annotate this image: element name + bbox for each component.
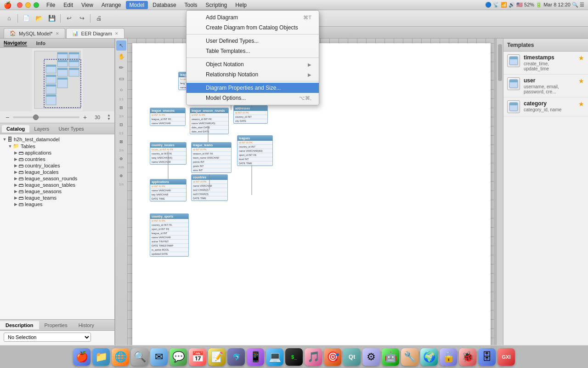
menu-edit[interactable]: Edit: [60, 1, 77, 9]
tree-root-arrow[interactable]: ▼: [2, 137, 7, 142]
arrow-applications[interactable]: ▶: [13, 150, 18, 155]
rect-tool[interactable]: ▭: [116, 74, 126, 84]
arrow-league-seasons[interactable]: ▶: [13, 189, 18, 194]
arrow-league-teams[interactable]: ▶: [13, 196, 18, 200]
tab-history[interactable]: History: [73, 321, 100, 329]
tab-eer-close[interactable]: ✕: [115, 31, 119, 36]
db-card-country-locales[interactable]: country_locales locale_id INT AI PK coun…: [150, 142, 187, 165]
tree-item-league-teams[interactable]: ▶ 🗃 league_teams: [0, 195, 114, 201]
print-button[interactable]: 🖨: [93, 13, 104, 24]
tree-item-applications[interactable]: ▶ 🗃 applications: [0, 150, 114, 156]
tab-catalog[interactable]: Catalog: [2, 125, 29, 132]
table-tool-1[interactable]: ⊞: [116, 103, 126, 113]
dock-browser[interactable]: 🌐: [112, 348, 129, 366]
dock-mail[interactable]: ✉: [150, 348, 168, 366]
menu-database[interactable]: Database: [149, 1, 180, 9]
tree-item-league-locales[interactable]: ▶ 🗃 league_locales: [0, 169, 114, 175]
db-card-bottom[interactable]: country_sports id INT AI PK country_id I…: [150, 213, 189, 257]
dock-app2[interactable]: ⚙: [362, 348, 380, 366]
home-button[interactable]: ⌂: [4, 13, 15, 24]
arrow-league-season-rounds[interactable]: ▶: [13, 176, 18, 181]
tree-tables-parent[interactable]: ▼ 📁 Tables: [0, 143, 114, 150]
db-card-countries[interactable]: countries id INT AI PK name VARCHAR iso2…: [191, 174, 228, 201]
dock-app3[interactable]: 🔧: [401, 348, 418, 366]
plugin1-tool[interactable]: ⊕: [116, 154, 126, 164]
zoom-out-button[interactable]: −: [4, 114, 11, 121]
dock-mysql[interactable]: 🐬: [227, 348, 245, 366]
save-file-button[interactable]: 💾: [46, 13, 57, 24]
dock-files[interactable]: 📁: [92, 348, 110, 366]
menu-table-templates[interactable]: Table Templates...: [187, 46, 319, 56]
menu-relationship-notation[interactable]: Relationship Notation ▶: [187, 69, 319, 80]
table-tool-3[interactable]: ⊠: [116, 137, 126, 147]
zoom-down-arrow[interactable]: ▼: [107, 117, 111, 121]
tree-item-country-locales[interactable]: ▶ 🗃 country_locales: [0, 162, 114, 169]
tab-eer-diagram[interactable]: 📊 EER Diagram ✕: [66, 28, 124, 38]
tab-user-types[interactable]: User Types: [54, 125, 88, 132]
template-user-star[interactable]: ★: [578, 77, 584, 85]
arrow-league-locales[interactable]: ▶: [13, 170, 18, 174]
tree-item-league-season-rounds[interactable]: ▶ 🗃 league_season_rounds: [0, 175, 114, 182]
menu-view[interactable]: View: [78, 1, 97, 9]
dock-viber[interactable]: 📱: [247, 348, 264, 366]
dock-app1[interactable]: 🎯: [324, 348, 341, 366]
zoom-in-button[interactable]: +: [81, 114, 89, 121]
zoom-slider[interactable]: [13, 116, 79, 118]
db-card-5[interactable]: league_season_rounds id INT AI PK season…: [190, 108, 229, 134]
db-card-4[interactable]: league_seasons id INT AI PK league_id IN…: [150, 108, 186, 126]
menu-model-options[interactable]: Model Options... ⌥⌘,: [187, 93, 319, 103]
menu-diagram-properties[interactable]: Diagram Properties and Size...: [187, 83, 319, 93]
open-file-button[interactable]: 📂: [34, 13, 45, 24]
dock-terminal[interactable]: $_: [285, 348, 303, 366]
plugin2-tool[interactable]: ⊗: [116, 171, 126, 181]
menu-arrange[interactable]: Arrange: [98, 1, 125, 9]
dock-workbench2[interactable]: 🗄: [478, 348, 496, 366]
hand-tool[interactable]: ✋: [116, 52, 126, 62]
table-tool-2[interactable]: ⊟: [116, 120, 126, 130]
template-category-star[interactable]: ★: [578, 100, 584, 108]
tree-panel[interactable]: ▼ 🗄 h2h_test_datamodel ▼ 📁 Tables ▶ 🗃 ap…: [0, 134, 114, 319]
tab-mysql-model-close[interactable]: ✕: [56, 31, 59, 36]
dock-security[interactable]: 🔒: [440, 348, 457, 366]
menu-file[interactable]: File: [43, 1, 59, 9]
tab-layers[interactable]: Layers: [29, 125, 54, 132]
circle-tool[interactable]: ○: [116, 85, 126, 95]
dock-app5[interactable]: 🐞: [459, 348, 476, 366]
template-item-timestamps[interactable]: timestamps create_time, update_time ★: [503, 52, 588, 75]
tab-info[interactable]: Info: [36, 40, 45, 46]
tab-navigator[interactable]: Navigator: [4, 40, 27, 46]
pointer-tool[interactable]: ↖: [116, 40, 126, 51]
tree-item-countries[interactable]: ▶ 🗃 countries: [0, 156, 114, 162]
db-card-6[interactable]: addresses id INT AI PK country_id INT ci…: [233, 105, 268, 124]
pencil-tool[interactable]: ✏: [116, 63, 126, 73]
fullscreen-button[interactable]: [34, 2, 39, 8]
zoom-thumb[interactable]: [33, 115, 39, 120]
menu-model[interactable]: Model: [126, 1, 148, 9]
menu-tools[interactable]: Tools: [181, 1, 201, 9]
dock-gxi[interactable]: GXI: [498, 348, 515, 366]
v-scroll-thumb[interactable]: [498, 44, 502, 81]
dock-qt[interactable]: Qt: [343, 348, 361, 366]
undo-button[interactable]: ↩: [63, 13, 74, 24]
dock-notes[interactable]: 📝: [208, 348, 226, 366]
arrow-leagues[interactable]: ▶: [13, 202, 18, 207]
menu-help[interactable]: Help: [232, 1, 250, 9]
redo-button[interactable]: ↪: [76, 13, 87, 24]
tree-item-league-seasons[interactable]: ▶ 🗃 league_seasons: [0, 188, 114, 195]
dock-skype[interactable]: 💻: [266, 348, 283, 366]
menu-object-notation[interactable]: Object Notation ▶: [187, 59, 319, 69]
menu-create-diagram-catalog[interactable]: Create Diagram from Catalog Objects: [187, 23, 319, 33]
menu-add-diagram[interactable]: Add Diagram ⌘T: [187, 12, 319, 23]
dock-music[interactable]: 🎵: [305, 348, 322, 366]
new-file-button[interactable]: 📄: [21, 13, 32, 24]
template-item-user[interactable]: user username, email, password, cre... ★: [503, 75, 588, 98]
dock-android[interactable]: 🤖: [382, 348, 399, 366]
arrow-countries[interactable]: ▶: [13, 157, 18, 161]
tab-mysql-model[interactable]: 🏠 MySQL Model* ✕: [4, 28, 65, 38]
close-button[interactable]: [17, 2, 23, 8]
selection-dropdown[interactable]: No Selection: [4, 333, 91, 342]
db-card-league-teams[interactable]: league_teams id INT AI PK season_id INT …: [191, 142, 232, 173]
template-timestamps-star[interactable]: ★: [578, 54, 584, 62]
tree-root[interactable]: ▼ 🗄 h2h_test_datamodel: [0, 136, 114, 143]
menu-scripting[interactable]: Scripting: [202, 1, 231, 9]
